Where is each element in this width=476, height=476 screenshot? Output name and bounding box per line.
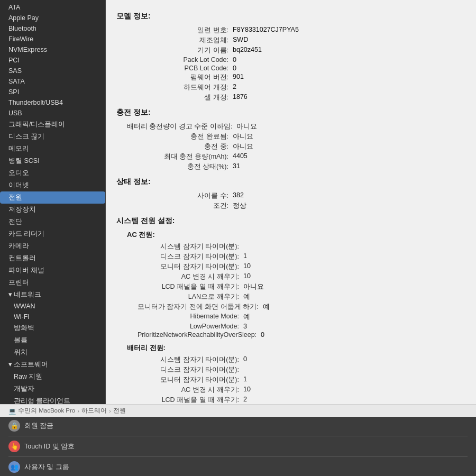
sidebar-item-12[interactable]: 디스크 끊기 (0, 131, 105, 143)
sidebar-item-16[interactable]: 이더넷 (0, 179, 105, 191)
sidebar-item-32[interactable]: Raw 지원 (0, 371, 105, 383)
info-value-2: 1 (243, 376, 247, 385)
info-label-1: 제조업체: (127, 36, 233, 45)
sidebar-item-7[interactable]: SATA (0, 76, 105, 87)
sidebar-item-22[interactable]: 컨트롤러 (0, 252, 105, 264)
info-label-2: 모니터 잠자기 타이머(분): (138, 262, 243, 271)
breadcrumb-section2: 전원 (113, 407, 126, 415)
charge-section-title: 충전 정보: (116, 108, 465, 117)
sidebar-item-6[interactable]: SAS (0, 66, 105, 76)
sidebar-item-8[interactable]: SPI (0, 87, 105, 97)
info-label-6: 하드웨어 개정: (127, 83, 233, 92)
sidebar-item-4[interactable]: NVMExpress (0, 44, 105, 55)
sidebar-item-17[interactable]: 전원 (0, 191, 105, 204)
sidebar-item-3[interactable]: FireWire (0, 34, 105, 44)
sidebar-item-23[interactable]: 파이버 채널 (0, 264, 105, 277)
sidebar: ATAApple PayBluetoothFireWireNVMExpressP… (0, 0, 106, 404)
info-value-1: 아니요 (233, 132, 253, 141)
sidebar-item-25[interactable]: ▾ 네트워크 (0, 289, 105, 301)
sidebar-item-19[interactable]: 전단 (0, 216, 105, 228)
battery-power-info: 배터리 전원: 시스템 잠자기 타이머(분):0디스크 잠자기 타이머(분):모… (127, 343, 465, 404)
info-value-7: 예 (243, 313, 250, 322)
info-row-2: 모니터 잠자기 타이머(분):10 (138, 262, 465, 272)
content-panel: 모델 정보: 일련 번호:F8Y8331027CJ7PYA5제조업체:SWD기기… (106, 0, 476, 404)
info-row-5: 펌웨어 버전:901 (127, 72, 465, 83)
sidebar-item-11[interactable]: 그래픽/디스플레이 (0, 118, 105, 131)
info-row-1: 디스크 잠자기 타이머(분): (138, 365, 465, 375)
sidebar-item-0[interactable]: ATA (0, 2, 105, 13)
info-row-7: 셀 개정:1876 (127, 93, 465, 103)
divider-1 (8, 456, 468, 457)
bottom-icon-0: 🔒 (8, 420, 20, 432)
info-row-8: LowPowerMode:3 (138, 322, 465, 331)
info-value-3: 4405 (233, 152, 248, 161)
sidebar-item-33[interactable]: 개발자 (0, 383, 105, 395)
bottom-label-2: 사용자 및 그룹 (24, 463, 69, 472)
sidebar-item-20[interactable]: 카드 리더기 (0, 228, 105, 240)
ac-fields: 시스템 잠자기 타이머(분):디스크 잠자기 타이머(분):1모니터 잠자기 타… (138, 242, 465, 339)
sidebar-item-28[interactable]: 방화벽 (0, 322, 105, 334)
info-value-4: 31 (233, 162, 240, 171)
info-label-5: 펌웨어 버전: (127, 73, 233, 82)
info-row-0: 시스템 잠자기 타이머(분):0 (138, 355, 465, 365)
info-label-4: PCB Lot Code: (127, 65, 233, 72)
sidebar-item-31[interactable]: ▾ 소프트웨어 (0, 359, 105, 371)
info-value-9: 0 (261, 331, 264, 338)
info-label-7: 셀 개정: (127, 93, 233, 102)
info-value-2: bq20z451 (233, 46, 262, 55)
info-label-6: 모니터가 잠자기 전에 화면 어둡게 하기: (138, 303, 263, 312)
battery-fields: 시스템 잠자기 타이머(분):0디스크 잠자기 타이머(분):모니터 잠자기 타… (138, 355, 465, 404)
bottom-item-1[interactable]: 👆Touch ID 및 암호 (8, 441, 468, 452)
sidebar-item-14[interactable]: 병렬 SCSI (0, 155, 105, 167)
info-label-1: 조건: (127, 202, 233, 210)
sidebar-item-34[interactable]: 관리형 클라이언트 (0, 395, 105, 404)
info-value-3: 0 (233, 56, 236, 63)
info-row-3: AC 변경 시 깨우기:10 (138, 272, 465, 282)
info-value-3: 10 (243, 272, 251, 281)
sidebar-item-18[interactable]: 저장장치 (0, 204, 105, 216)
bottom-item-2[interactable]: 👥사용자 및 그룹 (8, 461, 468, 473)
info-value-0: 0 (243, 355, 247, 364)
info-label-3: 최대 충전 용량(mAh): (127, 152, 233, 161)
sidebar-item-30[interactable]: 위치 (0, 346, 105, 359)
info-value-1: 정상 (233, 202, 246, 210)
info-value-3: 10 (243, 386, 251, 395)
sidebar-item-13[interactable]: 메모리 (0, 143, 105, 155)
info-value-1: 1 (243, 252, 247, 261)
info-row-1: 제조업체:SWD (127, 35, 465, 45)
sidebar-item-21[interactable]: 카메라 (0, 240, 105, 252)
bottom-item-0[interactable]: 🔒회원 잠금 (8, 420, 468, 432)
main-container: ATAApple PayBluetoothFireWireNVMExpressP… (0, 0, 476, 404)
info-value-0: F8Y8331027CJ7PYA5 (233, 26, 299, 35)
info-row-0: 배터리 충전량이 경고 수준 이하임:아니요 (127, 122, 465, 132)
info-label-2: 충전 중: (127, 142, 233, 151)
info-row-6: 모니터가 잠자기 전에 화면 어둡게 하기:예 (138, 302, 465, 312)
info-value-6: 2 (233, 83, 236, 92)
info-label-0: 배터리 충전량이 경고 수준 이하임: (127, 122, 236, 131)
model-section-title: 모델 정보: (116, 12, 465, 21)
info-label-1: 디스크 잠자기 타이머(분): (138, 365, 243, 374)
bottom-icon-1: 👆 (8, 441, 20, 452)
info-value-2: 10 (243, 262, 251, 271)
charge-info: 배터리 충전량이 경고 수준 이하임:아니요충전 완료됨:아니요충전 중:아니요… (127, 122, 465, 172)
info-row-1: 충전 완료됨:아니요 (127, 132, 465, 142)
info-row-1: 조건:정상 (127, 201, 465, 211)
sidebar-item-24[interactable]: 프린터 (0, 277, 105, 289)
info-row-4: PCB Lot Code:0 (127, 64, 465, 72)
sidebar-item-2[interactable]: Bluetooth (0, 23, 105, 34)
sidebar-item-26[interactable]: WWAN (0, 301, 105, 312)
info-value-4: 0 (233, 65, 236, 72)
bottom-bar: 🔒회원 잠금👆Touch ID 및 암호👥사용자 및 그룹 (0, 417, 476, 476)
info-label-7: Hibernate Mode: (138, 313, 243, 322)
info-value-0: 382 (233, 191, 244, 200)
sidebar-item-1[interactable]: Apple Pay (0, 13, 105, 23)
info-label-5: LAN으로 깨우기: (138, 292, 243, 301)
sidebar-item-5[interactable]: PCI (0, 55, 105, 66)
sidebar-item-10[interactable]: USB (0, 108, 105, 118)
info-label-0: 시스템 잠자기 타이머(분): (138, 355, 243, 364)
sidebar-item-15[interactable]: 오디오 (0, 167, 105, 179)
info-row-0: 시스템 잠자기 타이머(분): (138, 242, 465, 252)
sidebar-item-29[interactable]: 볼륨 (0, 334, 105, 346)
sidebar-item-9[interactable]: Thunderbolt/USB4 (0, 97, 105, 108)
sidebar-item-27[interactable]: Wi-Fi (0, 312, 105, 322)
